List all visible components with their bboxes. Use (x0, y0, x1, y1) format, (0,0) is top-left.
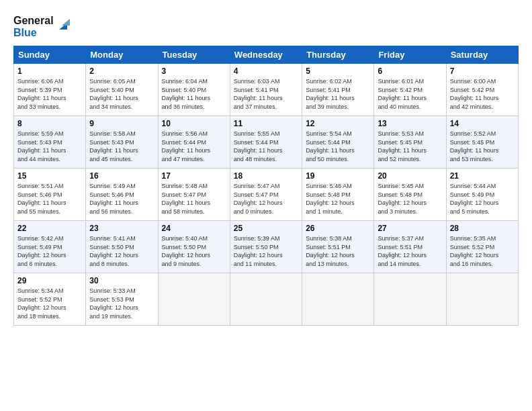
day-info: Sunrise: 5:40 AM Sunset: 5:50 PM Dayligh… (162, 234, 226, 268)
day-info: Sunrise: 5:48 AM Sunset: 5:47 PM Dayligh… (162, 182, 226, 216)
calendar-cell: 20Sunrise: 5:45 AM Sunset: 5:48 PM Dayli… (374, 169, 446, 221)
day-number: 5 (306, 66, 370, 76)
page: General Blue SundayMondayTuesdayWednesda… (0, 0, 532, 411)
day-info: Sunrise: 5:56 AM Sunset: 5:44 PM Dayligh… (162, 130, 226, 163)
day-number: 17 (162, 171, 226, 181)
day-info: Sunrise: 5:34 AM Sunset: 5:52 PM Dayligh… (17, 287, 82, 320)
calendar-cell: 11Sunrise: 5:55 AM Sunset: 5:44 PM Dayli… (230, 116, 302, 169)
calendar-cell: 27Sunrise: 5:37 AM Sunset: 5:51 PM Dayli… (374, 221, 446, 273)
day-info: Sunrise: 5:37 AM Sunset: 5:51 PM Dayligh… (378, 234, 442, 268)
calendar-cell: 4Sunrise: 6:03 AM Sunset: 5:41 PM Daylig… (230, 64, 302, 116)
calendar-cell: 30Sunrise: 5:33 AM Sunset: 5:53 PM Dayli… (86, 273, 158, 326)
svg-text:General: General (13, 15, 54, 26)
day-info: Sunrise: 5:51 AM Sunset: 5:46 PM Dayligh… (17, 182, 82, 216)
svg-text:Blue: Blue (13, 27, 37, 38)
day-info: Sunrise: 5:42 AM Sunset: 5:49 PM Dayligh… (17, 234, 82, 268)
day-number: 28 (450, 224, 515, 233)
day-header-thursday: Thursday (302, 46, 374, 64)
day-number: 15 (17, 171, 82, 181)
day-number: 30 (89, 276, 154, 285)
day-number: 23 (89, 224, 154, 233)
calendar-cell (374, 273, 446, 326)
calendar-cell: 12Sunrise: 5:54 AM Sunset: 5:44 PM Dayli… (302, 116, 374, 169)
week-row-2: 8Sunrise: 5:59 AM Sunset: 5:43 PM Daylig… (14, 116, 519, 169)
day-number: 7 (450, 66, 515, 76)
calendar-cell (446, 273, 518, 326)
day-info: Sunrise: 6:01 AM Sunset: 5:42 PM Dayligh… (378, 77, 442, 111)
day-info: Sunrise: 5:44 AM Sunset: 5:49 PM Dayligh… (450, 182, 515, 216)
day-info: Sunrise: 6:04 AM Sunset: 5:40 PM Dayligh… (162, 77, 226, 111)
day-number: 29 (17, 276, 82, 285)
calendar-cell: 2Sunrise: 6:05 AM Sunset: 5:40 PM Daylig… (86, 64, 158, 116)
day-info: Sunrise: 5:35 AM Sunset: 5:52 PM Dayligh… (450, 234, 515, 268)
day-number: 16 (89, 171, 154, 181)
calendar-cell: 29Sunrise: 5:34 AM Sunset: 5:52 PM Dayli… (14, 273, 86, 326)
day-info: Sunrise: 5:59 AM Sunset: 5:43 PM Dayligh… (17, 130, 82, 163)
calendar-cell: 24Sunrise: 5:40 AM Sunset: 5:50 PM Dayli… (158, 221, 230, 273)
calendar-cell: 6Sunrise: 6:01 AM Sunset: 5:42 PM Daylig… (374, 64, 446, 116)
day-number: 3 (162, 66, 226, 76)
calendar-cell: 10Sunrise: 5:56 AM Sunset: 5:44 PM Dayli… (158, 116, 230, 169)
day-header-wednesday: Wednesday (230, 46, 302, 64)
day-number: 25 (234, 224, 298, 233)
calendar-cell (158, 273, 230, 326)
calendar-cell: 22Sunrise: 5:42 AM Sunset: 5:49 PM Dayli… (14, 221, 86, 273)
day-info: Sunrise: 5:41 AM Sunset: 5:50 PM Dayligh… (89, 234, 154, 268)
day-number: 27 (378, 224, 442, 233)
calendar-cell: 17Sunrise: 5:48 AM Sunset: 5:47 PM Dayli… (158, 169, 230, 221)
day-number: 18 (234, 171, 298, 181)
day-info: Sunrise: 6:06 AM Sunset: 5:39 PM Dayligh… (17, 77, 82, 111)
day-header-sunday: Sunday (14, 46, 86, 64)
day-info: Sunrise: 5:38 AM Sunset: 5:51 PM Dayligh… (306, 234, 370, 268)
day-number: 20 (378, 171, 442, 181)
day-header-tuesday: Tuesday (158, 46, 230, 64)
day-number: 21 (450, 171, 515, 181)
day-number: 2 (89, 66, 154, 76)
calendar-cell: 7Sunrise: 6:00 AM Sunset: 5:42 PM Daylig… (446, 64, 518, 116)
day-info: Sunrise: 5:55 AM Sunset: 5:44 PM Dayligh… (234, 130, 298, 163)
calendar-cell: 5Sunrise: 6:02 AM Sunset: 5:41 PM Daylig… (302, 64, 374, 116)
calendar-cell: 9Sunrise: 5:58 AM Sunset: 5:43 PM Daylig… (86, 116, 158, 169)
day-number: 9 (89, 119, 154, 128)
week-row-1: 1Sunrise: 6:06 AM Sunset: 5:39 PM Daylig… (14, 64, 519, 116)
calendar-cell: 3Sunrise: 6:04 AM Sunset: 5:40 PM Daylig… (158, 64, 230, 116)
week-row-3: 15Sunrise: 5:51 AM Sunset: 5:46 PM Dayli… (14, 169, 519, 221)
calendar-cell: 28Sunrise: 5:35 AM Sunset: 5:52 PM Dayli… (446, 221, 518, 273)
day-info: Sunrise: 6:02 AM Sunset: 5:41 PM Dayligh… (306, 77, 370, 111)
calendar-cell: 14Sunrise: 5:52 AM Sunset: 5:45 PM Dayli… (446, 116, 518, 169)
day-number: 13 (378, 119, 442, 128)
calendar-cell: 25Sunrise: 5:39 AM Sunset: 5:50 PM Dayli… (230, 221, 302, 273)
calendar-cell: 15Sunrise: 5:51 AM Sunset: 5:46 PM Dayli… (14, 169, 86, 221)
calendar-cell: 18Sunrise: 5:47 AM Sunset: 5:47 PM Dayli… (230, 169, 302, 221)
day-number: 8 (17, 119, 82, 128)
day-info: Sunrise: 5:33 AM Sunset: 5:53 PM Dayligh… (89, 287, 154, 320)
calendar-cell: 13Sunrise: 5:53 AM Sunset: 5:45 PM Dayli… (374, 116, 446, 169)
day-info: Sunrise: 5:47 AM Sunset: 5:47 PM Dayligh… (234, 182, 298, 216)
logo: General Blue (13, 11, 74, 40)
calendar-cell: 19Sunrise: 5:46 AM Sunset: 5:48 PM Dayli… (302, 169, 374, 221)
day-header-saturday: Saturday (446, 46, 518, 64)
day-info: Sunrise: 5:58 AM Sunset: 5:43 PM Dayligh… (89, 130, 154, 163)
day-info: Sunrise: 6:00 AM Sunset: 5:42 PM Dayligh… (450, 77, 515, 111)
svg-marker-3 (62, 19, 70, 26)
calendar-cell (302, 273, 374, 326)
day-number: 4 (234, 66, 298, 76)
day-info: Sunrise: 6:03 AM Sunset: 5:41 PM Dayligh… (234, 77, 298, 111)
logo-icon: General Blue (13, 11, 74, 40)
header: General Blue (13, 11, 519, 40)
calendar-cell: 8Sunrise: 5:59 AM Sunset: 5:43 PM Daylig… (14, 116, 86, 169)
day-number: 11 (234, 119, 298, 128)
day-info: Sunrise: 5:39 AM Sunset: 5:50 PM Dayligh… (234, 234, 298, 268)
day-number: 19 (306, 171, 370, 181)
day-info: Sunrise: 5:52 AM Sunset: 5:45 PM Dayligh… (450, 130, 515, 163)
day-header-friday: Friday (374, 46, 446, 64)
day-info: Sunrise: 5:45 AM Sunset: 5:48 PM Dayligh… (378, 182, 442, 216)
week-row-4: 22Sunrise: 5:42 AM Sunset: 5:49 PM Dayli… (14, 221, 519, 273)
day-info: Sunrise: 5:54 AM Sunset: 5:44 PM Dayligh… (306, 130, 370, 163)
calendar-cell: 26Sunrise: 5:38 AM Sunset: 5:51 PM Dayli… (302, 221, 374, 273)
day-info: Sunrise: 6:05 AM Sunset: 5:40 PM Dayligh… (89, 77, 154, 111)
day-number: 24 (162, 224, 226, 233)
day-number: 14 (450, 119, 515, 128)
calendar-table: SundayMondayTuesdayWednesdayThursdayFrid… (13, 46, 519, 326)
calendar-cell (230, 273, 302, 326)
